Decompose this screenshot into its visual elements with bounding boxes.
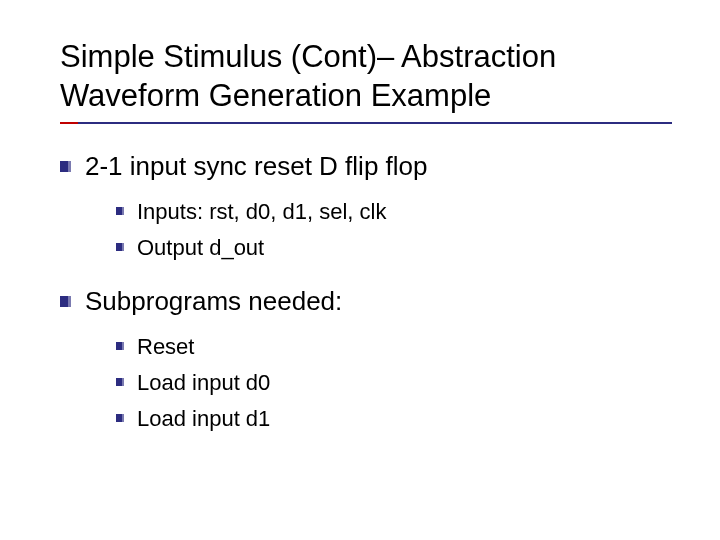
list-item: Inputs: rst, d0, d1, sel, clk [116, 197, 672, 227]
bullet-icon [116, 243, 124, 251]
slide-title: Simple Stimulus (Cont)– Abstraction Wave… [60, 38, 672, 116]
list-item-text: Load input d0 [137, 368, 270, 398]
list-item-text: Load input d1 [137, 404, 270, 434]
sublist: Reset Load input d0 Load input d1 [116, 332, 672, 433]
bullet-icon [60, 296, 71, 307]
list-item: Load input d0 [116, 368, 672, 398]
sublist: Inputs: rst, d0, d1, sel, clk Output d_o… [116, 197, 672, 262]
list-item: 2-1 input sync reset D flip flop [60, 150, 672, 184]
list-item-text: Subprograms needed: [85, 285, 342, 319]
bullet-icon [116, 207, 124, 215]
list-item-text: 2-1 input sync reset D flip flop [85, 150, 428, 184]
list-item: Subprograms needed: [60, 285, 672, 319]
bullet-icon [116, 378, 124, 386]
list-item: Output d_out [116, 233, 672, 263]
bullet-icon [60, 161, 71, 172]
bullet-icon [116, 414, 124, 422]
list-item: Load input d1 [116, 404, 672, 434]
title-underline [60, 122, 672, 124]
list-item: Reset [116, 332, 672, 362]
slide: Simple Stimulus (Cont)– Abstraction Wave… [0, 0, 720, 476]
list-item-text: Inputs: rst, d0, d1, sel, clk [137, 197, 386, 227]
bullet-icon [116, 342, 124, 350]
list-item-text: Reset [137, 332, 194, 362]
list-item-text: Output d_out [137, 233, 264, 263]
